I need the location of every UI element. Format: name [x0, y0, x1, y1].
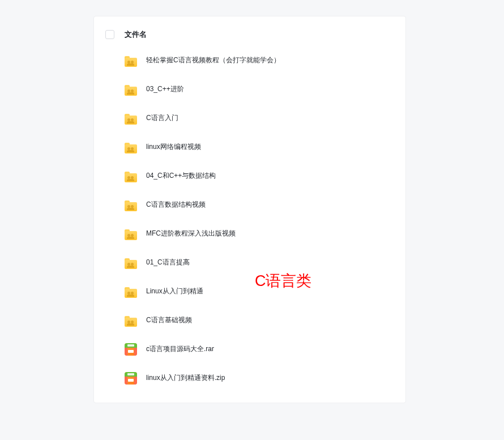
file-list-card: 文件名 轻松掌握C语言视频教程（会打字就能学会） 03_C++进阶 C语言入门 … [93, 16, 406, 403]
folder-icon [125, 200, 137, 211]
list-item[interactable]: C语言基础视频 [94, 306, 405, 335]
list-item[interactable]: 03_C++进阶 [94, 75, 405, 104]
list-item[interactable]: 01_C语言提高 [94, 248, 405, 277]
folder-icon [125, 258, 137, 268]
folder-icon [125, 316, 137, 326]
list-item[interactable]: 轻松掌握C语言视频教程（会打字就能学会） [94, 46, 405, 75]
list-item[interactable]: c语言项目源码大全.rar [94, 335, 405, 364]
file-name-label: C语言入门 [146, 113, 178, 123]
file-name-label: Linux从入门到精通 [146, 287, 203, 296]
file-name-label: c语言项目源码大全.rar [146, 344, 214, 354]
file-name-label: linux从入门到精通资料.zip [146, 373, 225, 383]
file-name-label: MFC进阶教程深入浅出版视频 [146, 229, 236, 238]
archive-icon [125, 372, 137, 385]
list-item[interactable]: C语言数据结构视频 [94, 190, 405, 219]
folder-icon [125, 172, 137, 182]
list-item[interactable]: C语言入门 [94, 104, 405, 133]
file-name-label: C语言基础视频 [146, 315, 192, 325]
file-name-label: 01_C语言提高 [146, 258, 190, 267]
list-item[interactable]: Linux从入门到精通 [94, 277, 405, 306]
folder-icon [125, 56, 137, 66]
list-item[interactable]: linux网络编程视频 [94, 133, 405, 161]
file-name-label: 04_C和C++与数据结构 [146, 171, 216, 181]
file-name-label: 03_C++进阶 [146, 84, 184, 94]
select-all-checkbox[interactable] [105, 30, 114, 39]
file-list: 轻松掌握C语言视频教程（会打字就能学会） 03_C++进阶 C语言入门 linu… [94, 46, 405, 392]
file-name-label: linux网络编程视频 [146, 142, 201, 152]
folder-icon [125, 287, 137, 297]
folder-icon [125, 143, 137, 153]
list-item[interactable]: linux从入门到精通资料.zip [94, 364, 405, 392]
folder-icon [125, 114, 137, 124]
list-item[interactable]: MFC进阶教程深入浅出版视频 [94, 219, 405, 248]
list-header: 文件名 [94, 28, 405, 46]
folder-icon [125, 229, 137, 240]
folder-icon [125, 85, 137, 95]
list-item[interactable]: 04_C和C++与数据结构 [94, 161, 405, 190]
column-header-filename: 文件名 [125, 30, 147, 40]
archive-icon [125, 343, 137, 356]
file-name-label: 轻松掌握C语言视频教程（会打字就能学会） [146, 55, 280, 65]
file-name-label: C语言数据结构视频 [146, 200, 206, 210]
